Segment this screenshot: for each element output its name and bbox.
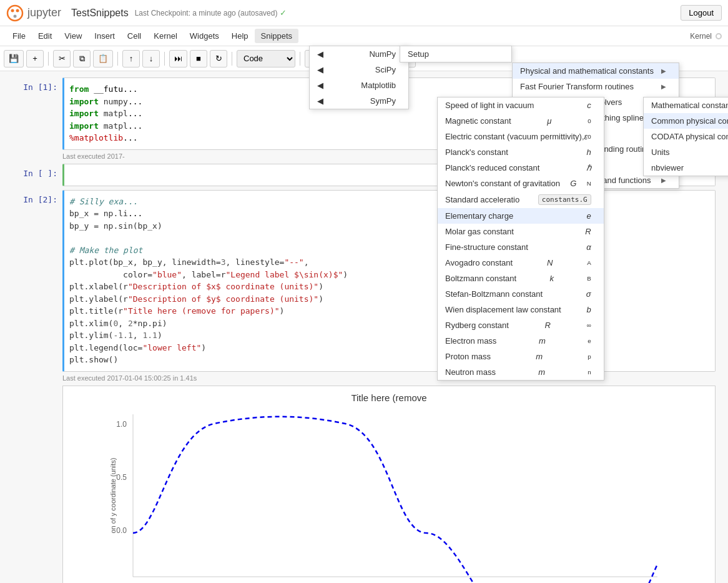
svg-point-2 bbox=[16, 9, 19, 12]
const-stefan-boltzmann[interactable]: Stefan-Boltzmann constant σ bbox=[438, 286, 604, 302]
svg-point-1 bbox=[11, 9, 14, 12]
cell-prompt-3: In [2]: bbox=[12, 190, 62, 204]
toolbar-separator-4 bbox=[232, 52, 232, 66]
snippets-scipy[interactable]: ◀ SciPy bbox=[310, 62, 408, 77]
phys-constants-list: Mathematical constants ▶ Common physical… bbox=[644, 97, 728, 176]
menu-help[interactable]: Help bbox=[225, 29, 255, 43]
constants-badge: constants.G bbox=[538, 194, 591, 205]
scipy-setup[interactable]: Setup bbox=[400, 46, 511, 62]
const-newton[interactable]: Newton's constant of gravitation GN bbox=[438, 176, 604, 191]
snippets-numpy[interactable]: ◀ NumPy bbox=[310, 46, 408, 62]
common-phys-list: Speed of light in vacuum c Magnetic cons… bbox=[438, 97, 604, 380]
cell-last-exec-3: Last executed 2017-01-04 15:00:25 in 1.4… bbox=[62, 374, 716, 382]
cell-content-3[interactable]: # Silly exa... bp_x = np.li... bp_y = np… bbox=[62, 190, 716, 372]
toolbar-separator-5 bbox=[300, 52, 300, 66]
save-button[interactable]: 💾 bbox=[4, 50, 24, 67]
snippets-sympy[interactable]: ◀ SymPy bbox=[310, 93, 408, 109]
plot-chart: 1.0 0.5 0.0 on of y coordinate (units) bbox=[69, 408, 709, 583]
jupyter-wordmark: jupyter bbox=[27, 6, 61, 19]
scipy-setup-menu: Setup bbox=[400, 46, 512, 62]
fast-forward-button[interactable]: ⏭ bbox=[169, 50, 187, 67]
const-units[interactable]: Units ▶ bbox=[644, 144, 728, 160]
const-planck-reduced[interactable]: Planck's reduced constant ℏ bbox=[438, 160, 604, 176]
jupyter-logo-icon bbox=[6, 4, 24, 22]
toolbar-separator-3 bbox=[164, 52, 165, 66]
const-codata[interactable]: CODATA physical constants ▶ bbox=[644, 129, 728, 144]
const-electric[interactable]: Electric constant (vacuum permittivity),… bbox=[438, 129, 604, 144]
jupyter-logo: jupyter bbox=[6, 4, 61, 22]
move-down-button[interactable]: ↓ bbox=[142, 50, 160, 67]
scipy-menu-list: Setup bbox=[400, 46, 511, 62]
move-up-button[interactable]: ↑ bbox=[122, 50, 140, 67]
const-nbviewer[interactable]: nbviewer bbox=[644, 160, 728, 176]
svg-text:0.5: 0.5 bbox=[116, 473, 127, 482]
const-neutron-mass[interactable]: Neutron mass mn bbox=[438, 364, 604, 380]
menu-insert[interactable]: Insert bbox=[88, 29, 121, 43]
physical-constants-menu: Mathematical constants ▶ Common physical… bbox=[643, 97, 728, 176]
paste-button[interactable]: 📋 bbox=[93, 50, 113, 67]
const-rydberg[interactable]: Rydberg constant R∞ bbox=[438, 317, 604, 333]
cell-type-select[interactable]: Code Markdown Raw bbox=[237, 50, 295, 67]
const-speed-light[interactable]: Speed of light in vacuum c bbox=[438, 97, 604, 113]
const-elementary-charge[interactable]: Elementary charge e bbox=[438, 208, 604, 224]
stop-button[interactable]: ■ bbox=[190, 50, 207, 67]
toolbar-separator-2 bbox=[117, 52, 118, 66]
cell-row-3: In [2]: # Silly exa... bp_x = np.li... b… bbox=[12, 190, 716, 382]
const-proton-mass[interactable]: Proton mass mp bbox=[438, 349, 604, 364]
svg-text:on of y coordinate (units): on of y coordinate (units) bbox=[109, 457, 117, 533]
const-avogadro[interactable]: Avogadro constant NA bbox=[438, 255, 604, 271]
checkpoint-info: Last Checkpoint: a minute ago (autosaved… bbox=[135, 9, 278, 17]
menu-cell[interactable]: Cell bbox=[121, 29, 147, 43]
const-planck[interactable]: Planck's constant h bbox=[438, 144, 604, 160]
const-boltzmann[interactable]: Boltzmann constant kB bbox=[438, 271, 604, 286]
const-molar-gas[interactable]: Molar gas constant R bbox=[438, 224, 604, 239]
svg-text:0.0: 0.0 bbox=[116, 526, 127, 535]
svg-point-0 bbox=[7, 6, 22, 21]
snippets-menu-list: ◀ NumPy ◀ SciPy ◀ Matplotlib ◀ SymPy bbox=[310, 46, 408, 109]
plot-title: Title here (remove bbox=[69, 392, 709, 403]
menu-edit[interactable]: Edit bbox=[32, 29, 58, 43]
const-magnetic[interactable]: Magnetic constant μ0 bbox=[438, 113, 604, 129]
checkpoint-check: ✓ bbox=[280, 8, 287, 17]
menu-snippets[interactable]: Snippets bbox=[255, 29, 299, 43]
scipy-fft[interactable]: Fast Fourier Transform routines ▶ bbox=[513, 79, 679, 94]
copy-button[interactable]: ⧉ bbox=[73, 50, 91, 67]
menu-bar: File Edit View Insert Cell Kernel Widget… bbox=[0, 26, 728, 46]
menu-kernel[interactable]: Kernel bbox=[147, 29, 184, 43]
scipy-phys-math[interactable]: Physical and mathematical constants ▶ bbox=[513, 63, 679, 79]
logout-button[interactable]: Logout bbox=[681, 5, 722, 21]
const-electron-mass[interactable]: Electron mass me bbox=[438, 333, 604, 349]
cell-prompt-1: In [1]: bbox=[12, 77, 62, 92]
snippets-dropdown: ◀ NumPy ◀ SciPy ◀ Matplotlib ◀ SymPy bbox=[309, 46, 409, 109]
const-math[interactable]: Mathematical constants ▶ bbox=[644, 97, 728, 113]
cell-prompt-2: In [ ]: bbox=[12, 164, 62, 178]
toolbar-separator-1 bbox=[48, 52, 49, 66]
const-wien[interactable]: Wien displacement law constant b bbox=[438, 302, 604, 317]
const-fine-structure[interactable]: Fine-structure constant α bbox=[438, 239, 604, 255]
menu-view[interactable]: View bbox=[58, 29, 88, 43]
restart-button[interactable]: ↻ bbox=[210, 50, 227, 67]
menu-widgets[interactable]: Widgets bbox=[184, 29, 225, 43]
top-bar: jupyter TestSnippets Last Checkpoint: a … bbox=[0, 0, 728, 26]
common-physical-constants-menu: Speed of light in vacuum c Magnetic cons… bbox=[437, 97, 604, 381]
plot-prompt bbox=[12, 386, 62, 391]
cut-button[interactable]: ✂ bbox=[53, 50, 71, 67]
svg-point-3 bbox=[14, 14, 17, 17]
kernel-status-circle bbox=[716, 33, 722, 39]
add-cell-button[interactable]: + bbox=[26, 50, 44, 67]
snippets-matplotlib[interactable]: ◀ Matplotlib bbox=[310, 77, 408, 93]
menu-file[interactable]: File bbox=[6, 29, 32, 43]
const-common-phys[interactable]: Common physical constants ▶ bbox=[644, 113, 728, 129]
kernel-label: Kernel bbox=[690, 32, 712, 41]
const-std-accel[interactable]: Standard acceleratioconstants.G bbox=[438, 191, 604, 208]
notebook-title[interactable]: TestSnippets bbox=[71, 7, 129, 19]
plot-row: Title here (remove 1.0 0.5 0.0 on of y c… bbox=[12, 386, 716, 584]
kernel-indicator: Kernel bbox=[690, 32, 722, 41]
svg-text:1.0: 1.0 bbox=[116, 420, 127, 429]
